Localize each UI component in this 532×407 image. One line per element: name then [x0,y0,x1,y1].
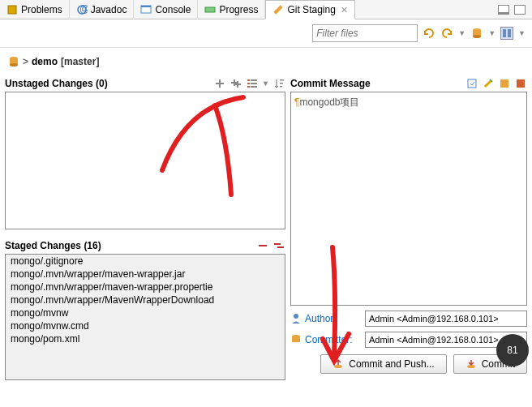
staged-count: (16) [84,240,101,251]
author-label: Author: [305,313,362,324]
commit-msg-header: Commit Message [290,75,527,92]
tab-console[interactable]: Console [134,0,198,19]
tab-javadoc[interactable]: @ Javadoc [70,0,135,19]
author-input[interactable] [365,311,527,327]
svg-rect-0 [8,6,16,14]
filter-input[interactable] [312,24,418,42]
svg-rect-5 [205,7,215,12]
commit-message-input[interactable]: ¶mongodb项目 [290,92,527,306]
db-person-icon [290,334,302,345]
changeid-icon[interactable] [498,77,511,90]
svg-rect-32 [292,336,300,342]
commit-message-text: mongodb项目 [299,96,359,108]
add-all-icon[interactable] [230,77,242,90]
tab-problems[interactable]: Problems [0,0,70,19]
svg-rect-25 [274,243,281,245]
svg-rect-23 [280,86,282,88]
tab-progress[interactable]: Progress [198,0,265,19]
svg-point-33 [334,365,342,368]
svg-rect-22 [280,83,283,84]
minimize-icon[interactable] [498,5,509,15]
tab-git-staging[interactable]: Git Staging ✕ [265,0,354,19]
staged-title: Staged Changes [5,240,81,251]
sort-icon[interactable] [272,77,285,90]
tab-label: Git Staging [287,4,335,15]
svg-point-9 [473,35,481,38]
git-icon [272,4,284,15]
progress-icon [204,4,216,15]
list-icon[interactable] [246,77,259,90]
commit-icon [466,358,477,370]
layout-icon[interactable] [500,27,513,40]
svg-text:@: @ [79,4,88,15]
list-item[interactable]: mongo/pom.xml [6,332,285,345]
maximize-icon[interactable] [514,5,526,15]
svg-rect-15 [247,79,250,81]
breadcrumb-arrow: > [23,56,28,67]
view-tabs-bar: Problems @ Javadoc Console Progress Git … [0,0,532,19]
svg-rect-11 [508,29,511,37]
repo-header: > demo [master] [0,48,532,75]
tab-label: Console [155,4,191,15]
tab-label: Problems [21,4,62,15]
toolbar: ▼ ▼ ▼ [0,19,532,48]
tab-label: Javadoc [91,4,127,15]
svg-rect-24 [259,245,267,246]
list-item[interactable]: mongo/.gitignore [6,255,285,268]
person-icon [290,313,302,324]
remove-icon[interactable] [256,239,269,252]
repo-branch: [master] [61,56,99,67]
svg-rect-29 [517,79,525,88]
remove-all-icon[interactable] [272,239,285,252]
amend-icon[interactable] [466,77,478,90]
add-icon[interactable] [213,77,226,90]
list-item[interactable]: mongo/.mvn/wrapper/MavenWrapperDownload [6,293,285,306]
svg-rect-21 [280,79,284,81]
dropdown-arrow-icon[interactable]: ▼ [262,79,269,88]
dropdown-arrow-icon[interactable]: ▼ [518,29,526,37]
svg-rect-6 [274,5,283,14]
list-item[interactable]: mongo/.mvn/wrapper/maven-wrapper.propert… [6,281,285,293]
unstaged-count: (0) [96,78,108,89]
commit-push-icon [332,358,344,370]
repo-icon [8,56,19,67]
svg-rect-4 [141,6,151,7]
committer-label: Committer: [305,334,362,345]
close-icon[interactable]: ✕ [341,5,348,15]
console-icon [140,4,152,15]
unstaged-list[interactable] [5,92,285,229]
unstaged-title: Unstaged Changes [5,78,93,89]
author-row: Author: [290,311,527,327]
badge-81: 81 [496,334,529,366]
undo-icon[interactable] [440,27,453,40]
dropdown-arrow-icon[interactable]: ▼ [458,29,466,37]
svg-rect-18 [251,83,257,84]
svg-rect-10 [503,29,506,37]
repo-name: demo [32,56,58,67]
refresh-icon[interactable] [423,27,435,40]
staged-header: Staged Changes (16) [5,238,285,254]
svg-point-30 [294,314,298,319]
commit-msg-title: Commit Message [290,78,371,89]
list-item[interactable]: mongo/mvnw [6,306,285,319]
list-item[interactable]: mongo/mvnw.cmd [6,319,285,332]
svg-rect-28 [500,79,508,88]
staged-list[interactable]: mongo/.gitignore mongo/.mvn/wrapper/mave… [5,254,285,380]
javadoc-icon: @ [76,4,88,15]
dropdown-arrow-icon[interactable]: ▼ [488,29,496,37]
list-item[interactable]: mongo/.mvn/wrapper/maven-wrapper.jar [6,268,285,281]
button-label: Commit and Push... [349,358,434,370]
svg-rect-19 [247,86,250,88]
svg-rect-26 [277,246,284,248]
gerrit-icon[interactable] [514,77,527,90]
svg-point-14 [10,63,18,66]
commit-and-push-button[interactable]: Commit and Push... [320,354,446,374]
svg-rect-27 [468,79,476,88]
committer-row: Committer: [290,332,527,348]
problems-icon [6,4,18,15]
db-icon[interactable] [470,27,483,40]
signoff-icon[interactable] [482,77,495,90]
svg-rect-17 [247,83,250,84]
unstaged-header: Unstaged Changes (0) ▼ [5,75,285,92]
tab-label: Progress [219,4,258,15]
